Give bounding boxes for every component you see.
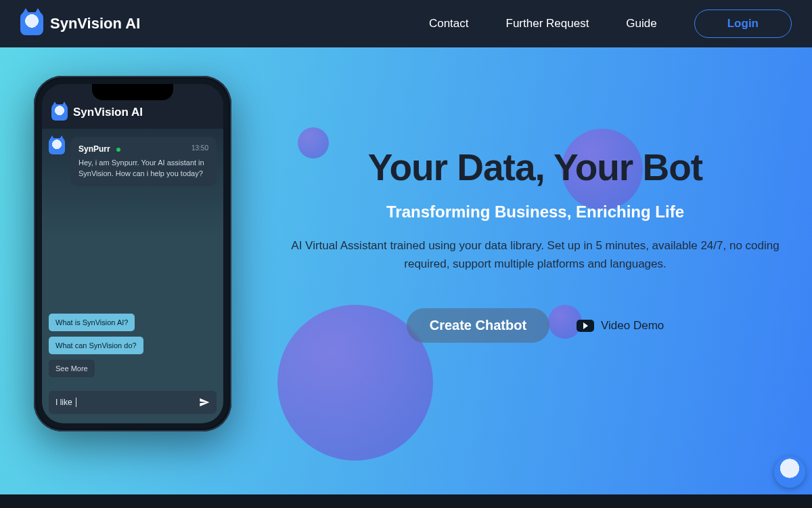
nav-link-contact[interactable]: Contact — [429, 17, 469, 30]
bot-message-bubble: SynPurr 13:50 Hey, i am Synpurr. Your AI… — [70, 137, 217, 186]
suggestion-chip[interactable]: What can SynVision do? — [49, 337, 143, 354]
phone-mockup: SynVision AI SynPurr 13:50 Hey, i am Syn… — [34, 76, 231, 431]
video-demo-label: Video Demo — [601, 319, 664, 333]
phone-screen: SynVision AI SynPurr 13:50 Hey, i am Syn… — [42, 84, 223, 423]
phone-notch — [92, 84, 173, 100]
hero-ctas: Create Chatbot Video Demo — [279, 308, 792, 343]
hero-body: AI Virtual Assistant trained using your … — [279, 236, 792, 273]
message-time: 13:50 — [191, 144, 208, 154]
hero-headline: Your Data, Your Bot — [279, 146, 792, 189]
brand-mascot-icon — [20, 12, 43, 35]
nav-link-further-request[interactable]: Further Request — [506, 17, 589, 30]
app-mascot-icon — [51, 104, 68, 121]
hero-section: SynVision AI SynPurr 13:50 Hey, i am Syn… — [0, 47, 812, 494]
play-icon — [577, 320, 594, 332]
hero-copy: Your Data, Your Bot Transforming Busines… — [231, 75, 792, 494]
brand[interactable]: SynVision AI — [20, 12, 140, 35]
bot-avatar-icon — [49, 138, 65, 154]
chat-input-value: I like — [55, 398, 194, 408]
nav-link-guide[interactable]: Guide — [626, 17, 656, 30]
see-more-chip[interactable]: See More — [49, 360, 95, 377]
suggestion-chips: What is SynVision AI? What can SynVision… — [49, 314, 217, 383]
login-button[interactable]: Login — [694, 9, 792, 38]
bot-name: SynPurr — [78, 144, 110, 155]
brand-name: SynVision AI — [50, 15, 140, 33]
suggestion-chip[interactable]: What is SynVision AI? — [49, 314, 135, 331]
top-nav: SynVision AI Contact Further Request Gui… — [0, 0, 812, 47]
bot-message-row: SynPurr 13:50 Hey, i am Synpurr. Your AI… — [49, 137, 217, 186]
create-chatbot-button[interactable]: Create Chatbot — [407, 308, 549, 343]
send-icon[interactable] — [199, 397, 210, 408]
footer-strip — [0, 494, 812, 508]
bot-message-text: Hey, i am Synpurr. Your AI assistant in … — [78, 158, 208, 179]
nav-links: Contact Further Request Guide Login — [429, 9, 792, 38]
online-status-icon — [116, 148, 120, 152]
chat-input[interactable]: I like — [49, 391, 217, 414]
app-title: SynVision AI — [73, 106, 143, 119]
chat-area: SynPurr 13:50 Hey, i am Synpurr. Your AI… — [42, 129, 223, 391]
hero-subhead: Transforming Business, Enriching Life — [279, 203, 792, 221]
video-demo-link[interactable]: Video Demo — [577, 319, 664, 333]
